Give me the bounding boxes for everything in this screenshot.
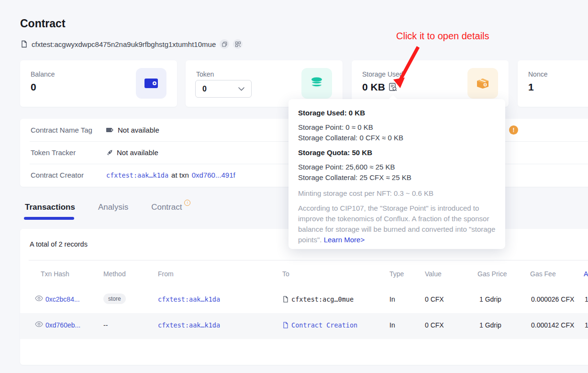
storage-details-tooltip: Storage Used: 0 KB Storage Point: 0 ≈ 0 … <box>288 99 505 249</box>
table-row: 0xc2bc84... store cfxtest:aak…k1da cfxte… <box>20 287 588 313</box>
qr-code-button[interactable] <box>233 39 243 49</box>
active-tab-indicator <box>24 217 74 220</box>
info-label: Contract Name Tag <box>31 126 92 134</box>
records-count: A total of 2 records <box>30 240 88 248</box>
value-cell: 0 CFX <box>425 295 444 303</box>
type-value: In <box>389 321 395 329</box>
col-txn-hash: Txn Hash <box>41 270 69 278</box>
storage-used-title: Storage Used: 0 KB <box>298 109 496 117</box>
tab-bar: Transactions Analysis Contract ! <box>25 203 182 212</box>
col-gas-fee: Gas Fee <box>530 270 556 278</box>
gas-fee-cell: 0.000142 CFX <box>531 321 574 329</box>
storage-quota-point: Storage Point: 25,600 ≈ 25 KB <box>298 162 496 172</box>
annotation-text: Click it to open details <box>396 31 489 42</box>
col-method: Method <box>103 270 126 278</box>
gas-fee-cell: 0.000026 CFX <box>531 295 574 303</box>
balance-label: Balance <box>31 70 55 78</box>
tab-transactions[interactable]: Transactions <box>25 203 75 212</box>
contract-icon <box>282 296 288 303</box>
col-type: Type <box>389 270 404 278</box>
cip107-note: According to CIP107, the "Storage Point"… <box>298 203 497 245</box>
creator-address-link[interactable]: cfxtest:aak…k1da <box>106 171 168 179</box>
col-age-sort[interactable]: Age <box>584 270 588 278</box>
from-address-link[interactable]: cfxtest:aak…k1da <box>158 321 220 329</box>
tab-contract[interactable]: Contract ! <box>151 203 182 212</box>
contract-creation-link[interactable]: Contract Creation <box>291 321 357 329</box>
creation-txn-link[interactable]: 0xd760...491f <box>192 171 235 179</box>
storage-value: 0 KB <box>362 81 385 93</box>
storage-used-point: Storage Point: 0 ≈ 0 KB <box>298 122 496 133</box>
value-cell: 0 CFX <box>425 321 444 329</box>
to-address-self: cfxtest:acg…0mue <box>291 295 354 303</box>
token-select[interactable]: 0 <box>195 80 252 98</box>
nonce-card: Nonce 1 <box>518 60 588 107</box>
col-gas-price: Gas Price <box>477 270 507 278</box>
balance-card: Balance 0 <box>20 60 177 107</box>
contract-tab-warning-icon: ! <box>184 200 190 206</box>
page-title: Contract <box>20 17 66 30</box>
from-address-link[interactable]: cfxtest:aak…k1da <box>158 295 220 303</box>
gas-price-cell: 1 Gdrip <box>479 321 501 329</box>
method-badge: store <box>103 294 126 304</box>
nonce-label: Nonce <box>528 70 547 78</box>
copy-address-button[interactable] <box>220 39 229 49</box>
col-from: From <box>158 270 174 278</box>
contract-icon <box>20 40 28 48</box>
txn-hash-link[interactable]: 0xc2bc84... <box>45 295 80 303</box>
rocket-icon <box>106 149 113 156</box>
contract-address: cfxtest:acgwyxdwpc8475n2na9uk9rfbghstg1x… <box>32 40 216 48</box>
nonce-value: 1 <box>528 81 534 93</box>
chevron-down-icon <box>238 87 244 91</box>
name-tag-icon <box>106 127 114 133</box>
txn-hash-link[interactable]: 0xd760eb... <box>45 321 80 329</box>
warning-icon[interactable]: ! <box>509 125 518 135</box>
storage-used-collateral: Storage Collateral: 0 CFX ≈ 0 KB <box>298 133 496 143</box>
storage-quota-collateral: Storage Collateral: 25 CFX ≈ 25 KB <box>298 172 496 183</box>
type-value: In <box>389 295 395 303</box>
learn-more-link[interactable]: Learn More> <box>324 236 365 244</box>
contract-icon <box>282 322 288 328</box>
eye-icon[interactable] <box>35 295 43 301</box>
token-label: Token <box>196 70 214 78</box>
age-cell: 1 <box>585 321 588 329</box>
tab-contract-label: Contract <box>151 203 182 212</box>
table-row: 0xd760eb... -- cfxtest:aak…k1da Contract… <box>20 313 588 339</box>
name-tag-value: Not available <box>118 126 159 134</box>
col-value: Value <box>425 270 442 278</box>
balance-value: 0 <box>31 81 36 93</box>
table-header: Txn Hash Method From To Type Value Gas P… <box>20 260 588 287</box>
age-cell: 1 <box>585 295 588 303</box>
address-row: cfxtest:acgwyxdwpc8475n2na9uk9rfbghstg1x… <box>20 39 243 49</box>
minting-cost-note: Minting storage cost per NFT: 0.3 ~ 0.6 … <box>298 188 496 199</box>
tab-analysis[interactable]: Analysis <box>98 203 128 212</box>
annotation-arrow <box>386 44 429 92</box>
token-coins-icon <box>301 68 332 99</box>
contract-page: Contract cfxtest:acgwyxdwpc8475n2na9uk9r… <box>0 0 588 373</box>
token-tracker-value: Not available <box>117 148 158 157</box>
eye-icon[interactable] <box>35 321 43 327</box>
qr-code-icon <box>235 42 241 47</box>
transactions-panel: A total of 2 records Txn Hash Method Fro… <box>20 229 588 365</box>
info-label: Contract Creator <box>31 171 84 179</box>
token-selected-value: 0 <box>202 85 207 93</box>
wallet-icon <box>136 68 166 99</box>
method-empty: -- <box>103 321 108 329</box>
copy-icon <box>222 42 227 47</box>
creator-middle-text: at txn <box>171 171 189 179</box>
storage-package-icon <box>467 68 498 99</box>
storage-quota-title: Storage Quota: 50 KB <box>298 148 496 157</box>
info-label: Token Tracker <box>31 148 76 157</box>
gas-price-cell: 1 Gdrip <box>479 295 501 303</box>
col-to: To <box>282 270 289 278</box>
